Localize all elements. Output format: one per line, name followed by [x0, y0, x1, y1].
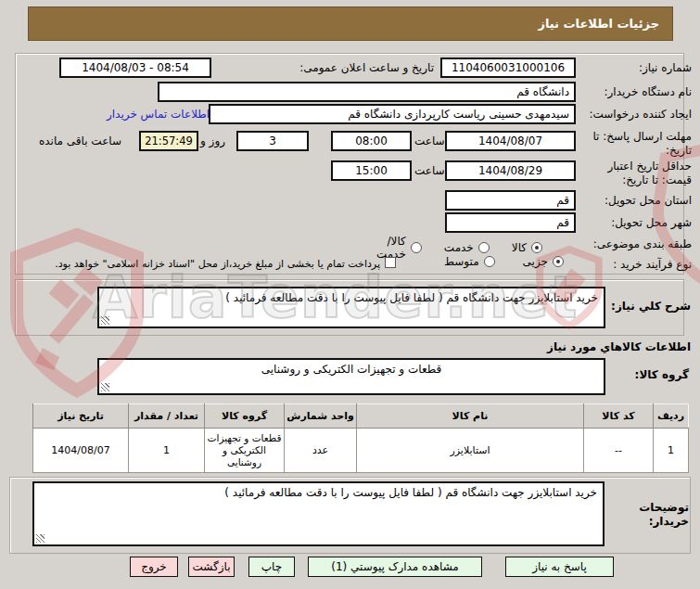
- radio-selected-icon[interactable]: [531, 242, 542, 253]
- days-left-field: 3: [236, 131, 309, 151]
- deadline-hour-label: ساعت: [414, 134, 445, 147]
- city-label: شهر محل تحویل:: [611, 216, 692, 229]
- deadline-date-field[interactable]: 1404/08/07: [445, 131, 576, 151]
- treasury-checkbox[interactable]: [385, 257, 396, 268]
- price-validity-label: حداقل تاریخ اعتبار قیمت: تا تاریخ:: [582, 160, 692, 187]
- print-button[interactable]: چاپ: [248, 557, 295, 577]
- back-button[interactable]: بازگشت: [188, 557, 235, 577]
- response-deadline-label: مهلت ارسال پاسخ: تا تاریخ:: [582, 130, 692, 158]
- buyer-org-field[interactable]: دانشگاه قم: [158, 82, 576, 102]
- cell-row-number: 1: [654, 429, 689, 473]
- need-number-field[interactable]: 1104060031000106: [440, 58, 576, 78]
- exit-button[interactable]: خروج: [130, 557, 178, 577]
- province-label: استان محل تحویل:: [605, 194, 692, 207]
- cell-quantity: 1: [129, 429, 205, 473]
- col-goods-code: کد کالا: [584, 404, 654, 429]
- view-attachments-button[interactable]: مشاهده مدارک پیوستي (1): [308, 557, 482, 577]
- buyer-notes-textarea[interactable]: خرید استابلایزر جهت دانشگاه قم ( لطفا فا…: [32, 481, 605, 546]
- buyer-notes-text: خرید استابلایزر جهت دانشگاه قم ( لطفا فا…: [224, 486, 597, 499]
- announce-datetime-field[interactable]: 1404/08/03 - 08:54: [59, 58, 211, 78]
- need-number-label: شماره نیاز:: [639, 61, 692, 74]
- creator-field[interactable]: سیدمهدی حسینی ریاست کارپردازی دانشگاه قم: [209, 104, 576, 124]
- radio-selected-icon[interactable]: [553, 256, 564, 267]
- radio-icon[interactable]: [411, 242, 422, 253]
- process-option-label: متوسط: [444, 255, 479, 268]
- need-details-window: { "title": "جزئیات اطلاعات نیاز", "water…: [0, 0, 700, 589]
- goods-table: ردیف کد کالا نام کالا واحد شمارش گروه کا…: [32, 403, 689, 473]
- category-option-label: خدمت: [444, 241, 474, 254]
- general-desc-label: شرح کلي نیاز:: [611, 300, 691, 313]
- province-field[interactable]: قم: [445, 190, 576, 211]
- resize-handle-icon[interactable]: [101, 383, 109, 391]
- validity-time-field[interactable]: 15:00: [331, 160, 412, 181]
- process-radio-group: جزیی متوسط: [415, 255, 564, 268]
- process-option-minor[interactable]: جزیی: [523, 255, 564, 268]
- category-option-label: کالا: [512, 241, 527, 254]
- col-unit: واحد شمارش: [285, 404, 357, 429]
- buyer-org-label: نام دستگاه خریدار:: [605, 85, 693, 98]
- radio-icon[interactable]: [478, 242, 490, 253]
- col-goods-name: نام کالا: [357, 404, 584, 429]
- creator-label: ایجاد کننده درخواست:: [589, 108, 692, 121]
- announce-datetime-label: تاریخ و ساعت اعلان عمومی:: [299, 61, 434, 74]
- days-and-label: روز و: [200, 134, 225, 147]
- goods-section-header: اطلاعات کالاهاي مورد نياز: [547, 340, 691, 353]
- category-option-service[interactable]: خدمت: [444, 241, 490, 254]
- goods-group-field[interactable]: قطعات و تجهیزات الکتریکی و روشنایی: [97, 358, 605, 395]
- cell-need-date: 1404/08/07: [33, 429, 129, 473]
- respond-to-need-button[interactable]: پاسخ به نیاز: [505, 557, 614, 577]
- page-title: جزئیات اطلاعات نیاز: [538, 17, 659, 31]
- time-left-field: 21:57:49: [139, 131, 198, 151]
- radio-icon[interactable]: [484, 256, 495, 267]
- goods-group-label: گروه کالا:: [635, 368, 689, 381]
- remaining-label: ساعت باقی مانده: [39, 134, 121, 147]
- validity-hour-label: ساعت: [414, 164, 445, 177]
- col-goods-group: گروه کالا: [205, 404, 285, 429]
- table-row: 1 -- استابلایزر عدد قطعات و تجهیزات الکت…: [33, 429, 689, 473]
- buyer-notes-label: توضیحات خریدار:: [617, 501, 689, 529]
- goods-group-text: قطعات و تجهیزات الکتریکی و روشنایی: [261, 363, 442, 376]
- process-option-medium[interactable]: متوسط: [444, 255, 495, 268]
- validity-date-field[interactable]: 1404/08/29: [445, 160, 576, 181]
- general-desc-textarea[interactable]: خرید استابلایزر جهت دانشگاه قم ( لطفا فا…: [97, 287, 605, 328]
- cell-unit: عدد: [285, 429, 357, 473]
- general-desc-text: خرید استابلایزر جهت دانشگاه قم ( لطفا فا…: [225, 291, 598, 304]
- process-type-label: نوع فرآیند خرید :: [613, 258, 692, 271]
- cell-goods-name: استابلایزر: [357, 429, 584, 473]
- resize-handle-icon[interactable]: [36, 534, 45, 543]
- process-option-label: جزیی: [523, 255, 548, 268]
- page-title-bar: جزئیات اطلاعات نیاز: [28, 6, 673, 41]
- deadline-time-field[interactable]: 08:00: [331, 131, 412, 151]
- col-need-date: تاریخ نیاز: [33, 404, 129, 429]
- col-row-number: ردیف: [654, 404, 689, 429]
- buyer-contact-link[interactable]: اطلاعات تماس خریدار: [107, 108, 210, 121]
- treasury-note-label: پرداخت تمام یا بخشی از مبلغ خرید،از محل …: [51, 258, 380, 270]
- goods-table-header: ردیف کد کالا نام کالا واحد شمارش گروه کا…: [33, 404, 689, 429]
- resize-handle-icon[interactable]: [101, 316, 109, 325]
- category-option-goods[interactable]: کالا: [512, 241, 542, 254]
- city-field[interactable]: قم: [445, 212, 576, 233]
- cell-goods-group: قطعات و تجهیزات الکتریکی و روشنایی: [205, 429, 285, 473]
- col-quantity: تعداد / مقدار: [129, 404, 205, 429]
- category-label: طبقه بندی موضوعی:: [593, 237, 692, 250]
- cell-goods-code: --: [584, 429, 654, 473]
